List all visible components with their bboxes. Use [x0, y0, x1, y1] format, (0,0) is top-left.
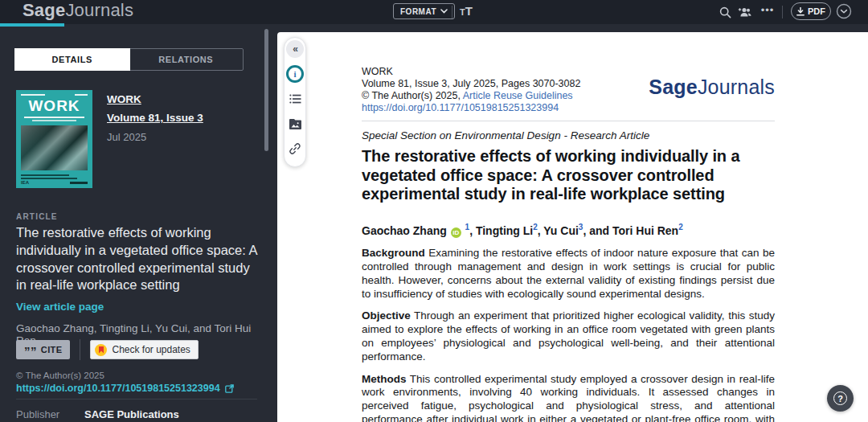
external-link-icon	[225, 384, 234, 393]
citation-issue: Volume 81, Issue 3, July 2025, Pages 307…	[362, 78, 580, 90]
article-doi-link[interactable]: https://doi.org/10.1177/1051981525132399…	[362, 102, 580, 114]
sage-journals-wordmark: SageJournals	[649, 76, 775, 99]
publisher-label: Publisher	[16, 408, 84, 420]
search-icon[interactable]	[717, 4, 733, 20]
abstract-objective: Objective Through an experiment that pri…	[362, 309, 775, 363]
format-button-label: FORMAT	[400, 7, 436, 16]
crossmark-icon	[95, 344, 107, 356]
pdf-download-button[interactable]: PDF	[791, 2, 831, 20]
figures-icon[interactable]	[286, 115, 304, 133]
article-kicker: ARTICLE	[16, 212, 58, 221]
check-updates-label: Check for updates	[112, 344, 190, 355]
author-name[interactable]: Tori Hui Ren	[612, 223, 678, 236]
logo-sage-text: Sage	[23, 0, 65, 20]
collapse-sidebar-icon[interactable]: «	[286, 40, 304, 58]
author-affiliation-sup[interactable]: 2	[678, 223, 683, 231]
cover-publisher-mark: IEA	[21, 180, 29, 185]
logo-journals-text: Journals	[65, 0, 133, 20]
copyright-text: © The Author(s) 2025	[16, 371, 104, 380]
top-bar: SageJournals FORMAT TT ••• PDF	[0, 0, 868, 24]
details-sidebar: DETAILS RELATIONS WORK IEA WORK Volume 8…	[0, 24, 277, 422]
author-name[interactable]: Gaochao Zhang	[362, 223, 450, 236]
info-icon[interactable]: i	[286, 65, 304, 83]
reader-toolbar: « i	[284, 37, 306, 167]
author-name[interactable]: Tingting Li	[476, 223, 533, 236]
format-button[interactable]: FORMAT	[393, 3, 455, 19]
help-button[interactable]: ?	[827, 385, 854, 412]
download-icon	[796, 7, 805, 16]
chevron-down-icon	[440, 9, 448, 14]
vertical-divider	[80, 339, 80, 360]
page: SageJournals FORMAT TT ••• PDF DETAILS R…	[0, 0, 868, 422]
doi-link[interactable]: https://doi.org/10.1177/1051981525132399…	[16, 383, 234, 394]
tab-relations[interactable]: RELATIONS	[129, 49, 244, 70]
cite-button[interactable]: ”” CITE	[16, 340, 70, 359]
author-list: Gaochao Zhang iD 1, Tingting Li2, Yu Cui…	[362, 223, 775, 239]
more-options-icon[interactable]: •••	[760, 2, 776, 18]
publisher-row: Publisher SAGE Publications	[16, 408, 179, 420]
quote-icon: ””	[24, 347, 37, 355]
text-size-icon[interactable]: TT	[460, 4, 473, 18]
sidebar-tabs: DETAILS RELATIONS	[14, 48, 244, 71]
abstract-methods: Methods This controlled experimental stu…	[362, 373, 775, 422]
journal-name-link[interactable]: WORK	[107, 93, 203, 105]
citation-block: WORK Volume 81, Issue 3, July 2025, Page…	[362, 66, 580, 114]
contents-list-icon[interactable]	[286, 90, 304, 108]
tab-details[interactable]: DETAILS	[14, 48, 130, 71]
sage-journals-logo[interactable]: SageJournals	[23, 0, 133, 21]
citation-copyright: © The Author(s) 2025, Article Reuse Guid…	[362, 90, 580, 102]
publisher-value: SAGE Publications	[84, 408, 179, 420]
author-name[interactable]: Yu Cui	[543, 223, 579, 236]
link-icon[interactable]	[286, 140, 304, 158]
journal-cover-photo	[21, 125, 88, 170]
abstract-background: Background Examining the restorative eff…	[362, 247, 775, 301]
cite-button-label: CITE	[41, 345, 63, 354]
orcid-icon[interactable]: iD	[451, 227, 461, 238]
collapse-header-icon[interactable]	[836, 3, 852, 19]
check-for-updates-button[interactable]: Check for updates	[90, 340, 198, 359]
journal-cover-title: WORK	[21, 98, 88, 113]
sidebar-scrollbar[interactable]	[264, 29, 268, 151]
article-title: The restorative effects of working indiv…	[362, 147, 775, 204]
reuse-guidelines-link[interactable]: Article Reuse Guidelines	[463, 90, 573, 101]
add-people-icon[interactable]	[737, 4, 753, 20]
question-mark-icon: ?	[833, 391, 847, 405]
article-reader-panel: « i WORK Volume 81, Issue 3, July 2025, …	[277, 32, 868, 422]
article-header: WORK Volume 81, Issue 3, July 2025, Page…	[362, 32, 775, 114]
journal-cover-image[interactable]: WORK IEA	[16, 90, 92, 188]
pdf-button-label: PDF	[808, 6, 825, 16]
view-article-page-link[interactable]: View article page	[16, 301, 104, 313]
toolbar-divider	[452, 6, 452, 18]
citation-journal: WORK	[362, 66, 580, 78]
journal-info-block: WORK IEA WORK Volume 81, Issue 3 Jul 202…	[16, 90, 203, 188]
article-content: WORK Volume 81, Issue 3, July 2025, Page…	[362, 32, 775, 422]
toolbar-divider	[782, 6, 783, 18]
header-divider	[362, 121, 775, 121]
sidebar-divider	[16, 399, 257, 399]
section-heading: Special Section on Environmental Design …	[362, 129, 775, 141]
active-tab-indicator	[0, 23, 64, 27]
journal-issue-link[interactable]: Volume 81, Issue 3	[107, 112, 203, 124]
journal-issue-date: Jul 2025	[107, 131, 203, 143]
sidebar-article-title: The restorative effects of working indiv…	[16, 224, 259, 294]
sidebar-actions: ”” CITE Check for updates	[16, 339, 199, 360]
